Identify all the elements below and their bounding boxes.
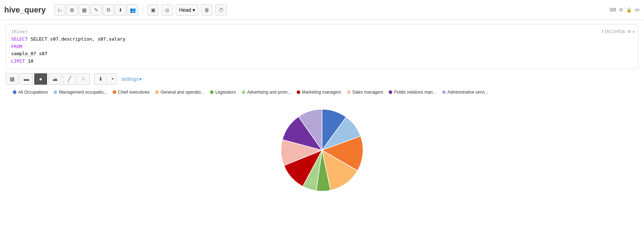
legend-item: Management occupatio...: [53, 90, 107, 95]
chart-legend: All Occupations Management occupatio... …: [6, 90, 638, 95]
timer-button[interactable]: ⏱: [215, 4, 227, 16]
chart-type-area[interactable]: ⛰: [48, 73, 61, 85]
legend-item: Chief executives: [113, 90, 149, 95]
app-title: hive_query: [4, 5, 46, 15]
chart-type-table[interactable]: ▦: [6, 73, 19, 85]
users-button[interactable]: 👥: [127, 4, 138, 16]
legend-item: Sales managers: [347, 90, 383, 95]
file-button[interactable]: ▣: [147, 4, 159, 16]
target-button[interactable]: ◎: [162, 4, 173, 16]
legend-dot: [13, 90, 16, 94]
download-chart-button[interactable]: ⬇: [94, 73, 107, 85]
chevron-down-icon: ▾: [193, 7, 195, 13]
settings-link[interactable]: settings ▾: [121, 76, 142, 82]
legend-label: Chief executives: [118, 90, 149, 95]
chart-type-bar[interactable]: ▬: [20, 73, 33, 85]
code-line-select: SELECT SELECT s07.description, s07.salar…: [11, 36, 633, 43]
delete-button[interactable]: 🗑: [201, 4, 213, 16]
legend-label: Legislators: [215, 90, 236, 95]
legend-label: Sales managers: [352, 90, 383, 95]
main-toolbar-group: ▷ ⊠ ▦ ✎ ⧉ ⬇ 👥: [54, 4, 138, 16]
code-stop-icon[interactable]: ⊠: [628, 27, 630, 35]
user-label: de: [635, 7, 640, 12]
download-button[interactable]: ⬇: [115, 4, 126, 16]
code-line-table: sample_07 s07: [11, 50, 633, 58]
legend-label: Management occupatio...: [59, 90, 107, 95]
legend-item: Public relations man...: [389, 90, 436, 95]
code-editor: FINISHED ▷ ⊠ ✕ (hive) SELECT SELECT s07.…: [6, 24, 638, 69]
legend-label: Administrative servi...: [448, 90, 488, 95]
chart-container: All OccupationsManagement occupatio...Ch…: [6, 100, 638, 196]
chart-toolbar: ▦ ▬ ● ⛰ ╱ ⁙ ⬇ ▾ settings ▾: [6, 73, 638, 85]
download-chart-arrow[interactable]: ▾: [108, 73, 117, 85]
pie-chart: All OccupationsManagement occupatio...Ch…: [276, 104, 368, 196]
head-dropdown[interactable]: Head ▾: [176, 4, 198, 16]
legend-label: Public relations man...: [394, 90, 436, 95]
legend-dot: [53, 90, 57, 94]
code-line-limit: LIMIT 10: [11, 58, 633, 65]
legend-dot: [210, 90, 214, 94]
copy-button[interactable]: ⧉: [103, 4, 114, 16]
explain-button[interactable]: ▦: [78, 4, 90, 16]
code-line-from: FROM: [11, 43, 633, 51]
code-run-icon[interactable]: ▷: [623, 27, 626, 35]
run-button[interactable]: ▷: [54, 4, 66, 16]
finished-status: FINISHED: [601, 28, 624, 36]
settings-chevron-icon: ▾: [139, 76, 142, 82]
code-line-comment: (hive): [11, 28, 633, 36]
settings-label: settings: [121, 76, 138, 82]
code-toolbar-right: ▷ ⊠ ✕: [623, 27, 635, 35]
legend-item: Legislators: [210, 90, 236, 95]
legend-item: Administrative servi...: [442, 90, 488, 95]
code-close-icon[interactable]: ✕: [632, 27, 635, 35]
legend-item: Marketing managers: [297, 90, 341, 95]
top-right-area: ⌨ ⚙ 🔒 de: [609, 7, 640, 12]
legend-label: General and operatio...: [160, 90, 204, 95]
settings-icon[interactable]: ⚙: [619, 7, 623, 12]
legend-item: Advertising and prom...: [242, 90, 291, 95]
legend-dot: [389, 90, 392, 94]
main-content: FINISHED ▷ ⊠ ✕ (hive) SELECT SELECT s07.…: [0, 20, 644, 252]
legend-label: Marketing managers: [302, 90, 341, 95]
legend-dot: [347, 90, 351, 94]
legend-dot: [442, 90, 446, 94]
stop-button[interactable]: ⊠: [66, 4, 78, 16]
edit-button[interactable]: ✎: [91, 4, 102, 16]
legend-item: General and operatio...: [155, 90, 204, 95]
chart-type-pie[interactable]: ●: [34, 73, 47, 85]
top-toolbar: hive_query ▷ ⊠ ▦ ✎ ⧉ ⬇ 👥 ▣ ◎ Head ▾ 🗑 ⏱ …: [0, 0, 644, 20]
lock-icon: 🔒: [626, 7, 632, 12]
legend-label: Advertising and prom...: [247, 90, 291, 95]
chart-type-line[interactable]: ╱: [63, 73, 76, 85]
legend-dot: [242, 90, 245, 94]
toolbar-divider-1: [143, 5, 143, 15]
legend-dot: [297, 90, 300, 94]
legend-dot: [155, 90, 159, 94]
keyboard-icon: ⌨: [609, 7, 616, 12]
chart-type-scatter[interactable]: ⁙: [77, 73, 90, 85]
legend-label: All Occupations: [18, 90, 48, 95]
head-label: Head: [179, 7, 191, 13]
legend-item: All Occupations: [13, 90, 48, 95]
legend-dot: [113, 90, 116, 94]
